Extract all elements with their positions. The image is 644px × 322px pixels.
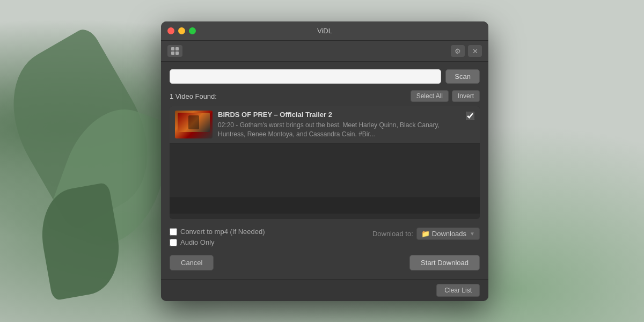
select-all-button[interactable]: Select All bbox=[411, 90, 449, 102]
window-title: ViDL bbox=[317, 27, 332, 35]
start-download-button[interactable]: Start Download bbox=[409, 255, 480, 270]
svg-rect-1 bbox=[175, 47, 179, 50]
results-header: 1 Video Found: Select All Invert bbox=[170, 90, 480, 102]
svg-rect-0 bbox=[171, 47, 174, 50]
folder-name: Downloads bbox=[432, 230, 466, 238]
url-input[interactable]: https://www.youtube.com/watch?v=x3HbbzHK… bbox=[170, 69, 441, 84]
toolbar: ⚙ ✕ bbox=[161, 41, 488, 62]
app-window: ViDL ⚙ ✕ https://www.youtube.com/watch?v… bbox=[161, 21, 488, 301]
invert-button[interactable]: Invert bbox=[452, 90, 480, 102]
progress-area bbox=[170, 197, 480, 214]
video-checkbox-container[interactable] bbox=[466, 112, 474, 122]
video-title: BIRDS OF PREY – Official Trailer 2 bbox=[218, 111, 460, 119]
action-row: Cancel Start Download bbox=[170, 255, 480, 272]
maximize-button[interactable] bbox=[189, 27, 196, 34]
close-button[interactable] bbox=[167, 27, 174, 34]
grid-icon[interactable] bbox=[167, 45, 182, 57]
scan-button[interactable]: Scan bbox=[445, 69, 480, 84]
svg-rect-2 bbox=[171, 52, 174, 55]
window-controls bbox=[167, 27, 196, 34]
close-icon-button[interactable]: ✕ bbox=[468, 45, 482, 57]
folder-dropdown-arrow: ▼ bbox=[470, 231, 475, 237]
url-row: https://www.youtube.com/watch?v=x3HbbzHK… bbox=[170, 69, 480, 84]
main-content: https://www.youtube.com/watch?v=x3HbbzHK… bbox=[161, 62, 488, 279]
options-row: Convert to mp4 (If Needed) Audio Only Do… bbox=[170, 226, 480, 247]
checkboxes-group: Convert to mp4 (If Needed) Audio Only bbox=[170, 228, 265, 246]
results-count: 1 Video Found: bbox=[170, 92, 217, 100]
video-info: BIRDS OF PREY – Official Trailer 2 02:20… bbox=[218, 111, 460, 139]
results-list: BIRDS OF PREY – Official Trailer 2 02:20… bbox=[170, 106, 480, 219]
folder-icon: 📁 bbox=[421, 230, 430, 238]
audio-only-label[interactable]: Audio Only bbox=[170, 238, 265, 246]
bottom-bar: Clear List bbox=[161, 279, 488, 301]
folder-selector[interactable]: 📁 Downloads ▼ bbox=[416, 228, 480, 240]
audio-only-checkbox[interactable] bbox=[170, 239, 177, 246]
convert-mp4-checkbox[interactable] bbox=[170, 228, 177, 236]
thumbnail-image bbox=[175, 111, 213, 138]
svg-rect-3 bbox=[175, 52, 179, 55]
settings-icon-button[interactable]: ⚙ bbox=[451, 45, 465, 57]
cancel-button[interactable]: Cancel bbox=[170, 255, 214, 270]
clear-list-button[interactable]: Clear List bbox=[436, 284, 480, 297]
download-to-section: Download to: 📁 Downloads ▼ bbox=[372, 228, 480, 240]
minimize-button[interactable] bbox=[178, 27, 185, 34]
convert-mp4-label[interactable]: Convert to mp4 (If Needed) bbox=[170, 228, 265, 236]
empty-results-area bbox=[170, 144, 480, 197]
results-actions: Select All Invert bbox=[411, 90, 480, 102]
video-select-checkbox[interactable] bbox=[466, 112, 474, 120]
video-description: 02:20 - Gotham's worst brings out the be… bbox=[218, 121, 460, 139]
video-list-item: BIRDS OF PREY – Official Trailer 2 02:20… bbox=[170, 106, 480, 144]
toolbar-left bbox=[167, 45, 182, 57]
titlebar: ViDL bbox=[161, 21, 488, 41]
video-thumbnail bbox=[175, 111, 213, 138]
toolbar-right: ⚙ ✕ bbox=[451, 45, 482, 57]
download-to-label: Download to: bbox=[372, 230, 413, 238]
